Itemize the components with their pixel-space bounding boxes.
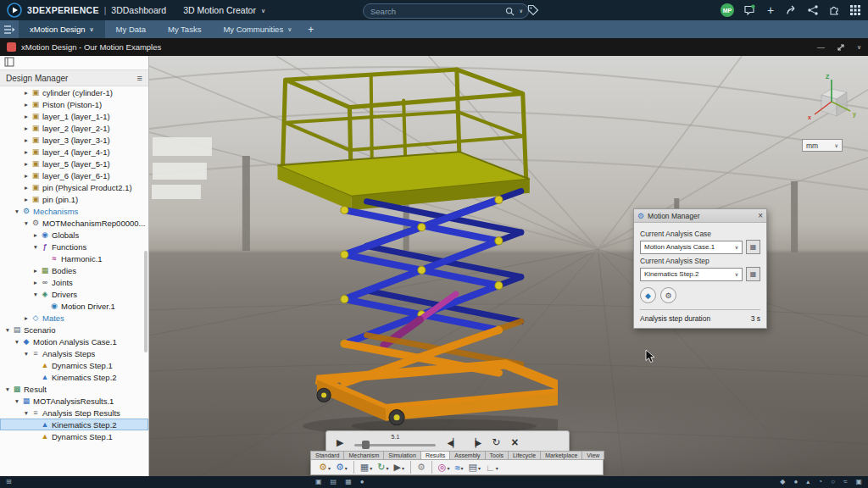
tree-item[interactable]: Dynamics Step.1 — [0, 359, 148, 371]
app-title-chevron-icon[interactable] — [261, 8, 265, 14]
taskbar-icon[interactable] — [315, 476, 322, 488]
expand-arrow-icon[interactable] — [13, 208, 21, 215]
select-chevron-icon[interactable] — [735, 272, 738, 277]
expand-arrow-icon[interactable] — [13, 397, 21, 405]
taskbar-icon[interactable] — [843, 476, 847, 488]
expand-arrow-icon[interactable] — [22, 172, 31, 180]
expand-arrow-icon[interactable] — [22, 184, 31, 191]
tree-item[interactable]: Joints — [0, 276, 148, 288]
ribbon-tool-button[interactable] — [465, 461, 482, 474]
sidebar-toggle-icon[interactable] — [0, 25, 19, 35]
case-browse-icon[interactable] — [746, 240, 760, 254]
expand-icon[interactable] — [837, 43, 845, 52]
search-icon[interactable] — [504, 5, 516, 17]
analysis-step-select[interactable]: Kinematics Step.2 — [640, 268, 743, 281]
tool-dropdown-icon[interactable] — [477, 463, 481, 472]
tree-item[interactable]: Globals — [0, 229, 148, 241]
ribbon-tool-button[interactable] — [483, 461, 501, 474]
taskbar-icon[interactable] — [360, 476, 364, 488]
expand-arrow-icon[interactable] — [22, 113, 31, 120]
tree-item[interactable]: cylinder (cylinder-1) — [0, 86, 148, 98]
user-avatar[interactable]: MP — [721, 3, 734, 17]
ribbon-tool-button[interactable] — [391, 461, 406, 474]
taskbar-icon[interactable] — [794, 476, 798, 488]
tab-chevron-icon[interactable] — [89, 26, 93, 32]
tool-dropdown-icon[interactable] — [344, 463, 348, 472]
tab-chevron-icon[interactable] — [287, 26, 292, 32]
panel-scrollbar[interactable] — [144, 251, 147, 352]
time-slider[interactable]: 5.1 — [354, 435, 436, 449]
ribbon-tool-button[interactable] — [333, 461, 350, 474]
minimize-icon[interactable] — [817, 42, 825, 52]
share-arrow-icon[interactable] — [786, 4, 798, 16]
expand-arrow-icon[interactable] — [22, 89, 31, 97]
expand-arrow-icon[interactable] — [22, 136, 31, 144]
tree-item[interactable]: pin (Physical Product2.1) — [0, 181, 148, 193]
tree-item[interactable]: Dynamics Step.1 — [0, 430, 148, 442]
3ds-logo-icon[interactable] — [7, 3, 22, 18]
expand-arrow-icon[interactable] — [31, 243, 40, 251]
search-box[interactable] — [363, 3, 529, 19]
expand-arrow-icon[interactable] — [31, 231, 40, 239]
tool-dropdown-icon[interactable] — [446, 463, 449, 472]
tree-item[interactable]: layer_3 (layer_3-1) — [0, 134, 148, 146]
expand-arrow-icon[interactable] — [22, 196, 31, 203]
tree-item[interactable]: Motion Analysis Case.1 — [0, 336, 148, 347]
close-icon[interactable] — [758, 211, 763, 220]
expand-arrow-icon[interactable] — [22, 160, 31, 168]
3d-viewport[interactable]: Z x y mm Motion Manager Current Analysis… — [149, 56, 868, 476]
ribbon-tab[interactable]: Tools — [485, 451, 509, 459]
tree-item[interactable]: Functions — [0, 241, 148, 252]
play-button[interactable] — [337, 437, 343, 448]
tag-icon[interactable] — [527, 4, 539, 16]
units-chevron-icon[interactable] — [835, 143, 838, 148]
expand-arrow-icon[interactable] — [22, 409, 31, 417]
ribbon-tab[interactable]: Results — [420, 451, 450, 459]
tree-item[interactable]: Motion Driver.1 — [0, 300, 148, 312]
step-browse-icon[interactable] — [746, 267, 760, 281]
tree-item[interactable]: Bodies — [0, 264, 148, 276]
dashboard-tab[interactable]: My Communities — [212, 20, 303, 38]
ribbon-tab[interactable]: Mechanism — [343, 451, 384, 459]
tool-dropdown-icon[interactable] — [369, 463, 372, 472]
analysis-case-select[interactable]: Motion Analysis Case.1 — [640, 241, 743, 254]
apps-waffle-icon[interactable] — [849, 4, 861, 16]
addins-puzzle-icon[interactable] — [828, 4, 840, 16]
tree-item[interactable]: Analysis Step Results — [0, 407, 148, 419]
ribbon-tool-button[interactable] — [353, 461, 375, 474]
taskbar-icon[interactable] — [6, 476, 12, 488]
tree-item[interactable]: Mates — [0, 312, 148, 324]
ribbon-tab[interactable]: Lifecycle — [508, 451, 541, 459]
step-backward-button[interactable] — [447, 438, 458, 447]
tree-item[interactable]: Kinematics Step.2 — [0, 371, 148, 383]
expand-arrow-icon[interactable] — [22, 101, 31, 108]
ribbon-tab[interactable]: View — [581, 451, 604, 459]
tree-item[interactable]: pin (pin.1) — [0, 193, 148, 205]
expand-arrow-icon[interactable] — [22, 148, 31, 156]
taskbar-icon[interactable] — [818, 476, 822, 488]
tree-view-icon[interactable] — [4, 57, 14, 69]
ribbon-tool-button[interactable] — [375, 461, 391, 474]
tree-item[interactable]: MOTMechanismRep00000... — [0, 217, 148, 229]
expand-arrow-icon[interactable] — [31, 279, 40, 286]
step-forward-button[interactable] — [470, 438, 481, 447]
expand-arrow-icon[interactable] — [22, 314, 31, 322]
tree-item[interactable]: Drivers — [0, 288, 148, 300]
compute-icon[interactable] — [640, 287, 656, 303]
tree-item[interactable]: layer_1 (layer_1-1) — [0, 110, 148, 122]
tool-dropdown-icon[interactable] — [495, 463, 498, 472]
ribbon-tool-button[interactable] — [452, 461, 465, 474]
window-chevron-icon[interactable] — [857, 44, 861, 50]
messages-icon[interactable] — [743, 4, 755, 16]
taskbar-icon[interactable] — [331, 476, 337, 488]
settings-gear-icon[interactable] — [660, 287, 676, 303]
motion-manager-header[interactable]: Motion Manager — [634, 209, 766, 223]
ribbon-tab[interactable]: Simulation — [383, 451, 421, 459]
tool-dropdown-icon[interactable] — [385, 463, 388, 472]
dashboard-tab[interactable]: xMotion Design — [19, 20, 105, 38]
tree-item[interactable]: layer_6 (layer_6-1) — [0, 169, 148, 181]
select-chevron-icon[interactable] — [735, 245, 738, 250]
taskbar-icon[interactable] — [855, 476, 862, 488]
scissor-lift-model[interactable] — [227, 63, 558, 440]
taskbar-icon[interactable] — [831, 476, 835, 488]
